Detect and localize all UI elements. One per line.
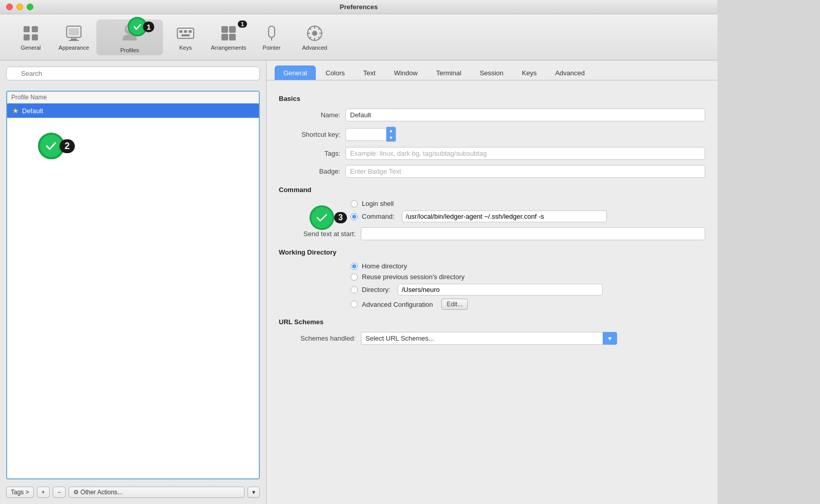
tags-button[interactable]: Tags > <box>6 487 34 498</box>
close-button[interactable] <box>6 4 13 10</box>
svg-rect-6 <box>71 38 77 40</box>
tab-session[interactable]: Session <box>471 66 512 80</box>
name-label: Name: <box>279 111 345 119</box>
edit-button[interactable]: Edit... <box>441 299 468 310</box>
other-actions-button[interactable]: ⚙ Other Actions... <box>69 487 244 498</box>
svg-line-28 <box>318 37 320 39</box>
svg-rect-7 <box>69 40 79 41</box>
tab-window[interactable]: Window <box>385 66 426 80</box>
login-shell-label: Login shell <box>362 200 394 207</box>
directory-input[interactable] <box>398 284 603 296</box>
shortcut-row: Shortcut key: ▲ ▼ <box>279 127 705 142</box>
traffic-lights <box>6 4 33 10</box>
svg-point-22 <box>312 31 317 36</box>
schemes-select-wrapper: Select URL Schemes... ▼ <box>361 332 617 345</box>
profile-name: Default <box>22 107 43 115</box>
profile-list: Profile Name ★ Default 2 <box>6 91 260 479</box>
svg-rect-10 <box>177 28 194 38</box>
remove-profile-button[interactable]: − <box>53 487 66 498</box>
shortcut-wrapper: ▲ ▼ <box>345 127 396 142</box>
tabs-bar: General Colors Text Window Terminal Sess… <box>266 60 717 80</box>
command-radio[interactable] <box>351 213 358 220</box>
svg-rect-17 <box>221 34 228 40</box>
toolbar-item-general[interactable]: General <box>10 19 51 55</box>
svg-rect-1 <box>32 26 38 32</box>
directory-label: Directory: <box>362 286 391 293</box>
appearance-icon <box>65 24 83 43</box>
home-dir-row: Home directory <box>351 262 705 270</box>
tags-row: Tags: <box>279 147 705 160</box>
toolbar-label-keys: Keys <box>179 45 192 51</box>
shortcut-label: Shortcut key: <box>279 131 345 138</box>
pointer-icon <box>262 24 281 43</box>
command-label: Command: <box>362 213 395 220</box>
search-wrapper: 🔍 <box>6 67 260 86</box>
name-row: Name: <box>279 109 705 121</box>
badge-input[interactable] <box>345 165 705 178</box>
command-section-title: Command <box>279 186 705 194</box>
profile-item-default[interactable]: ★ Default <box>7 103 259 118</box>
general-icon <box>22 24 40 43</box>
toolbar-item-appearance[interactable]: Appearance <box>53 19 94 55</box>
profile-list-header: Profile Name <box>7 92 259 103</box>
command-radio-group: Login shell 3 Command: <box>351 200 705 222</box>
working-dir-radio-group: Home directory Reuse previous session's … <box>351 262 705 310</box>
send-text-input[interactable] <box>361 227 705 240</box>
schemes-row: Schemes handled: Select URL Schemes... ▼ <box>279 332 705 345</box>
tags-label: Tags: <box>279 150 345 157</box>
send-text-row: Send text at start: <box>279 227 705 240</box>
home-dir-radio[interactable] <box>351 263 358 270</box>
settings-content: Basics Name: Shortcut key: ▲ ▼ Tags: <box>266 80 717 504</box>
svg-line-29 <box>318 28 320 30</box>
url-schemes-title: URL Schemes <box>279 318 705 326</box>
stepper-up[interactable]: ▲ <box>386 127 396 134</box>
login-shell-row: Login shell <box>351 200 705 207</box>
home-dir-label: Home directory <box>362 262 407 270</box>
toolbar-item-arrangements[interactable]: 1 Arrangements <box>208 19 249 55</box>
tab-advanced[interactable]: Advanced <box>546 66 593 80</box>
toolbar-label-profiles: Profiles <box>120 47 139 53</box>
svg-rect-18 <box>229 34 236 40</box>
search-input[interactable] <box>6 67 260 80</box>
svg-rect-12 <box>184 30 187 33</box>
login-shell-radio[interactable] <box>351 200 358 207</box>
badge-row: Badge: <box>279 165 705 178</box>
stepper-down[interactable]: ▼ <box>386 134 396 141</box>
tags-input[interactable] <box>345 147 705 160</box>
toolbar: General Appearance <box>0 14 717 60</box>
svg-rect-13 <box>189 30 192 33</box>
tab-keys[interactable]: Keys <box>513 66 545 80</box>
svg-rect-3 <box>32 34 38 40</box>
keys-icon <box>176 24 195 43</box>
title-bar: Preferences <box>0 0 717 14</box>
schemes-label: Schemes handled: <box>279 334 361 342</box>
toolbar-item-keys[interactable]: Keys <box>165 19 206 55</box>
directory-radio[interactable] <box>351 286 358 293</box>
add-profile-button[interactable]: + <box>37 487 50 498</box>
toolbar-item-profiles[interactable]: 1 Profiles <box>96 19 163 55</box>
svg-rect-16 <box>229 26 236 33</box>
toolbar-label-general: General <box>20 45 40 51</box>
badge-label: Badge: <box>279 167 345 175</box>
shortcut-input[interactable] <box>345 128 386 141</box>
tab-text[interactable]: Text <box>355 66 384 80</box>
schemes-select[interactable]: Select URL Schemes... <box>361 332 617 345</box>
maximize-button[interactable] <box>27 4 33 10</box>
send-text-label: Send text at start: <box>279 230 361 238</box>
tab-colors[interactable]: Colors <box>317 66 354 80</box>
tab-general[interactable]: General <box>275 66 316 80</box>
reuse-session-radio[interactable] <box>351 274 358 281</box>
minimize-button[interactable] <box>16 4 23 10</box>
toolbar-item-pointer[interactable]: Pointer <box>251 19 292 55</box>
basics-section-title: Basics <box>279 95 705 102</box>
toolbar-label-appearance: Appearance <box>58 45 89 51</box>
other-actions-dropdown[interactable]: ▾ <box>248 487 260 498</box>
command-input[interactable] <box>402 211 607 222</box>
working-dir-title: Working Directory <box>279 248 705 256</box>
advanced-config-radio[interactable] <box>351 301 358 308</box>
name-input[interactable] <box>345 109 705 121</box>
svg-rect-15 <box>221 26 228 33</box>
advanced-icon <box>305 24 324 43</box>
tab-terminal[interactable]: Terminal <box>427 66 470 80</box>
toolbar-item-advanced[interactable]: Advanced <box>294 19 335 55</box>
